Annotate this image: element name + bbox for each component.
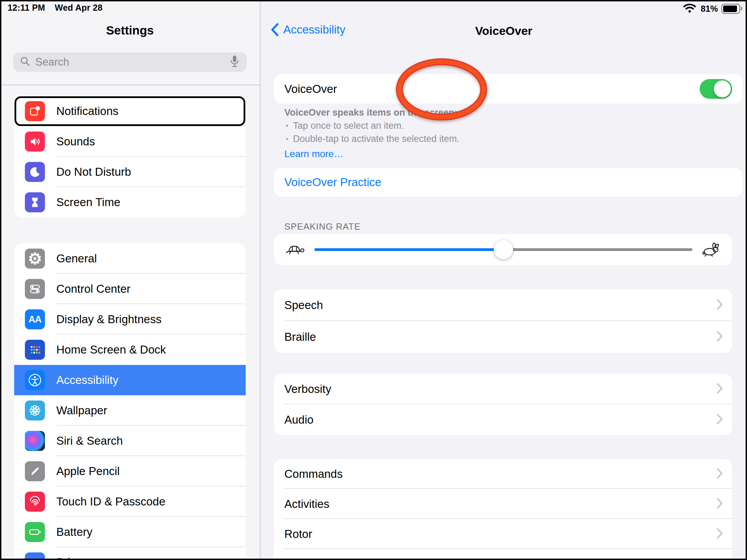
- sidebar-item-home-screen-dock[interactable]: Home Screen & Dock: [14, 335, 246, 365]
- sidebar-group-general: ⚙GeneralControl CenterAADisplay & Bright…: [14, 243, 246, 560]
- battery-icon: [721, 4, 740, 14]
- turtle-icon: [286, 243, 306, 258]
- sidebar-item-touch-id-passcode[interactable]: Touch ID & Passcode: [14, 486, 246, 517]
- status-time-date: 12:11 PMWed Apr 28: [8, 3, 112, 13]
- sounds-icon: [25, 132, 45, 152]
- search-input[interactable]: Search: [13, 52, 247, 72]
- sidebar-item-label: General: [56, 252, 97, 265]
- pane-divider: [260, 0, 261, 560]
- voiceover-row-label: VoiceOver: [284, 83, 337, 96]
- sidebar-item-siri-search[interactable]: Siri & Search: [14, 426, 246, 456]
- sidebar-item-apple-pencil[interactable]: Apple Pencil: [14, 456, 246, 486]
- settings-link-label: Rotor: [284, 528, 312, 541]
- control-center-icon: [25, 279, 45, 299]
- sidebar-item-label: Privacy: [56, 556, 94, 560]
- sidebar-item-label: Wallpaper: [56, 404, 107, 417]
- voiceover-settings-pane: Accessibility VoiceOver VoiceOver VoiceO…: [261, 0, 747, 560]
- chevron-right-icon: [716, 330, 723, 344]
- voiceover-practice-button[interactable]: VoiceOver Practice: [274, 168, 743, 197]
- settings-link-activities[interactable]: Activities: [274, 489, 732, 519]
- sidebar-item-general[interactable]: ⚙General: [14, 243, 246, 274]
- status-time: 12:11 PM: [8, 3, 45, 12]
- settings-link-speech[interactable]: Speech: [274, 289, 732, 321]
- speech-card: SpeechBraille: [274, 289, 732, 353]
- voiceover-practice-label: VoiceOver Practice: [284, 176, 381, 189]
- bullet-dot: •: [286, 135, 288, 143]
- dictation-mic-icon[interactable]: [230, 55, 239, 69]
- speaking-rate-section-label: SPEAKING RATE: [284, 221, 361, 232]
- sidebar-group-notifications: NotificationsSoundsDo Not DisturbScreen …: [14, 96, 246, 218]
- commands-card: CommandsActivitiesRotor: [274, 459, 732, 560]
- gear-icon: ⚙: [25, 249, 45, 269]
- speaking-rate-card: [274, 234, 732, 265]
- sidebar-item-accessibility[interactable]: Accessibility: [14, 365, 246, 395]
- settings-link-braille[interactable]: Braille: [274, 321, 732, 353]
- page-title: VoiceOver: [261, 24, 747, 38]
- accessibility-icon: [25, 370, 45, 390]
- voiceover-toggle[interactable]: [700, 79, 732, 99]
- rabbit-icon: [702, 242, 721, 258]
- settings-link-verbosity[interactable]: Verbosity: [274, 374, 732, 404]
- hourglass-icon: [25, 192, 45, 212]
- settings-link-label: Braille: [284, 330, 316, 344]
- settings-link-audio[interactable]: Audio: [274, 404, 732, 435]
- search-icon: [20, 56, 30, 68]
- settings-link-label: Commands: [284, 467, 343, 481]
- toggle-knob: [714, 80, 731, 97]
- wallpaper-icon: [25, 400, 45, 421]
- settings-link-label: Speech: [284, 299, 323, 312]
- verbosity-card: VerbosityAudio: [274, 374, 732, 435]
- chevron-right-icon: [716, 528, 723, 541]
- battery-icon: [25, 522, 45, 542]
- sidebar-item-label: Accessibility: [56, 374, 119, 387]
- speaking-rate-slider-knob[interactable]: [494, 240, 513, 259]
- pencil-icon: [25, 461, 45, 481]
- sidebar-item-display-brightness[interactable]: AADisplay & Brightness: [14, 304, 246, 335]
- chevron-right-icon: [716, 413, 723, 426]
- description-bullet: •Tap once to select an item.: [284, 120, 699, 131]
- battery-nub: [741, 7, 742, 10]
- sidebar-item-battery[interactable]: Battery: [14, 517, 246, 547]
- sidebar-item-sounds[interactable]: Sounds: [14, 126, 246, 157]
- battery-percentage: 81%: [701, 4, 718, 14]
- siri-icon: [25, 431, 45, 451]
- chevron-right-icon: [716, 498, 723, 511]
- chevron-right-icon: [716, 299, 723, 312]
- notifications-icon: [25, 101, 45, 121]
- settings-sidebar: 12:11 PMWed Apr 28 Settings Search Notif…: [0, 0, 260, 560]
- voiceover-toggle-row: VoiceOver: [274, 74, 743, 104]
- display-icon: AA: [25, 309, 45, 329]
- search-placeholder: Search: [35, 56, 230, 68]
- sidebar-item-control-center[interactable]: Control Center: [14, 274, 246, 304]
- settings-link-rotor[interactable]: Rotor: [274, 519, 732, 549]
- chevron-right-icon: [716, 383, 723, 396]
- status-date: Wed Apr 28: [55, 3, 103, 12]
- description-bullet: •Double-tap to activate the selected ite…: [284, 134, 699, 144]
- sidebar-item-label: Display & Brightness: [56, 313, 161, 326]
- sidebar-item-do-not-disturb[interactable]: Do Not Disturb: [14, 157, 246, 187]
- privacy-icon: [25, 552, 45, 560]
- sidebar-item-label: Screen Time: [56, 196, 120, 209]
- settings-link-label: Verbosity: [284, 383, 331, 396]
- description-heading: VoiceOver speaks items on the screen:: [284, 107, 699, 118]
- sidebar-item-label: Sounds: [56, 135, 95, 148]
- settings-link-commands[interactable]: Commands: [274, 459, 732, 489]
- home-screen-icon: [25, 340, 45, 360]
- sidebar-item-label: Apple Pencil: [56, 465, 120, 478]
- voiceover-description: VoiceOver speaks items on the screen: •T…: [284, 107, 699, 160]
- wifi-icon: [683, 3, 697, 15]
- sidebar-item-label: Notifications: [56, 105, 119, 118]
- sidebar-item-notifications[interactable]: Notifications: [14, 96, 246, 126]
- sidebar-item-label: Siri & Search: [56, 434, 123, 447]
- bullet-dot: •: [286, 122, 288, 130]
- sidebar-item-screen-time[interactable]: Screen Time: [14, 187, 246, 218]
- settings-link-label: Audio: [284, 413, 313, 426]
- status-right: 81%: [683, 3, 742, 15]
- sidebar-item-wallpaper[interactable]: Wallpaper: [14, 395, 246, 426]
- sidebar-item-label: Do Not Disturb: [56, 165, 131, 178]
- learn-more-link[interactable]: Learn more…: [284, 148, 343, 160]
- moon-icon: [25, 162, 45, 182]
- settings-link-label: Activities: [284, 498, 329, 511]
- sidebar-item-label: Control Center: [56, 282, 131, 296]
- sidebar-item-privacy[interactable]: Privacy: [14, 547, 246, 560]
